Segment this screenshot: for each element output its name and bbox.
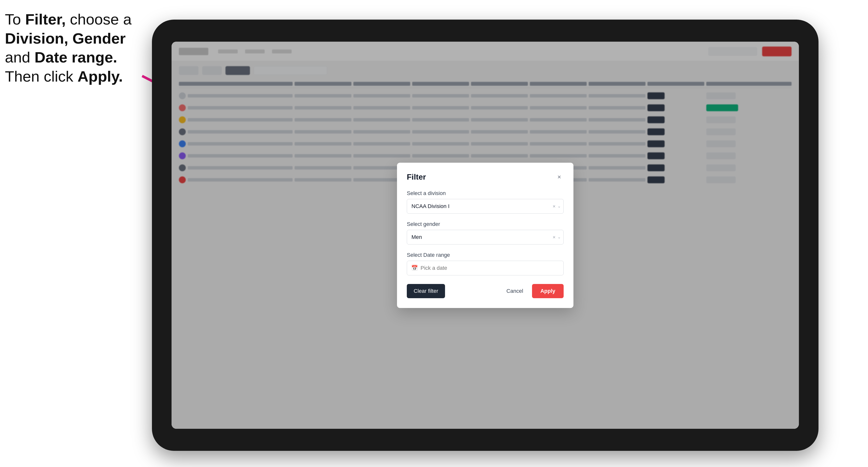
filter-modal: Filter × Select a division NCAA Division… xyxy=(397,163,574,308)
clear-filter-button[interactable]: Clear filter xyxy=(407,284,445,298)
apply-button[interactable]: Apply xyxy=(532,284,564,298)
division-select-wrapper: NCAA Division I NCAA Division II NCAA Di… xyxy=(407,199,564,214)
footer-right: Cancel Apply xyxy=(501,284,564,298)
modal-header: Filter × xyxy=(407,173,564,182)
modal-close-button[interactable]: × xyxy=(555,173,564,181)
modal-overlay: Filter × Select a division NCAA Division… xyxy=(172,42,799,429)
gender-select[interactable]: Men Women xyxy=(407,230,564,245)
modal-title: Filter xyxy=(407,173,426,182)
tablet-screen: Filter × Select a division NCAA Division… xyxy=(172,42,799,429)
close-icon: × xyxy=(557,173,561,181)
cancel-button[interactable]: Cancel xyxy=(501,284,528,298)
division-select-controls: × ⌄ xyxy=(553,204,561,209)
gender-label: Select gender xyxy=(407,221,564,227)
filter-bold: Filter, xyxy=(25,11,66,28)
gender-chevron-icon: ⌄ xyxy=(558,235,561,239)
date-range-bold: Date range. xyxy=(35,49,117,66)
apply-bold: Apply. xyxy=(78,68,123,85)
division-clear-icon[interactable]: × xyxy=(553,204,556,209)
gender-select-wrapper: Men Women × ⌄ xyxy=(407,230,564,245)
division-gender-bold: Division, Gender xyxy=(5,30,126,47)
division-label: Select a division xyxy=(407,190,564,196)
division-chevron-icon: ⌄ xyxy=(558,204,561,209)
gender-form-group: Select gender Men Women × ⌄ xyxy=(407,221,564,245)
gender-clear-icon[interactable]: × xyxy=(553,235,556,240)
tablet-frame: Filter × Select a division NCAA Division… xyxy=(152,20,818,451)
date-range-label: Select Date range xyxy=(407,252,564,258)
date-range-input[interactable] xyxy=(407,261,564,275)
calendar-icon: 📅 xyxy=(411,265,418,271)
division-form-group: Select a division NCAA Division I NCAA D… xyxy=(407,190,564,214)
date-input-wrapper: 📅 xyxy=(407,261,564,275)
date-range-form-group: Select Date range 📅 xyxy=(407,252,564,275)
division-select[interactable]: NCAA Division I NCAA Division II NCAA Di… xyxy=(407,199,564,214)
modal-footer: Clear filter Cancel Apply xyxy=(407,284,564,298)
instruction-text: To Filter, choose a Division, Gender and… xyxy=(5,10,147,86)
gender-select-controls: × ⌄ xyxy=(553,235,561,240)
